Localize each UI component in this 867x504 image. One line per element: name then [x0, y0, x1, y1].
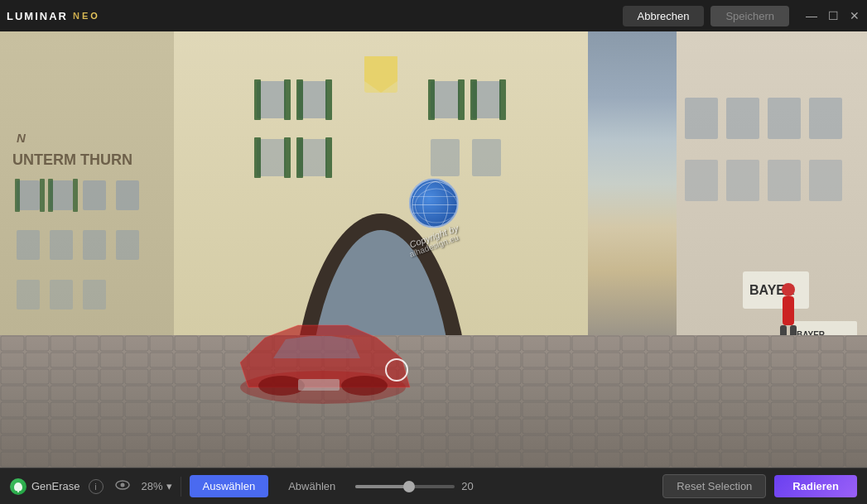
svg-rect-34 [284, 137, 291, 178]
auswaehlen-button[interactable]: Auswählen [190, 475, 269, 497]
brush-circle [385, 358, 408, 382]
svg-rect-1 [50, 180, 73, 210]
app-logo: LUMINAR NEO [7, 10, 100, 22]
maximize-button[interactable]: ☐ [827, 10, 839, 22]
svg-rect-12 [40, 179, 45, 212]
logo-luminar: LUMINAR [7, 10, 68, 22]
svg-rect-0 [17, 180, 40, 210]
svg-rect-39 [685, 98, 718, 139]
eye-icon-svg [115, 479, 130, 491]
divider-1 [181, 477, 181, 497]
svg-rect-44 [726, 160, 759, 201]
svg-rect-42 [809, 98, 842, 139]
svg-rect-7 [116, 230, 139, 260]
svg-rect-46 [809, 160, 842, 201]
svg-rect-3 [116, 180, 139, 210]
info-button[interactable]: i [89, 479, 104, 494]
window-controls: — ☐ ✕ [806, 10, 860, 22]
slider-fill [355, 485, 405, 488]
svg-rect-4 [17, 230, 40, 260]
generase-icon [10, 478, 26, 495]
abbrechen-button[interactable]: Abbrechen [623, 6, 705, 26]
abwaehlen-button[interactable]: Abwählen [277, 475, 347, 497]
title-bar-actions: Abbrechen Speichern — ☐ ✕ [623, 6, 860, 26]
logo-neo: NEO [73, 11, 100, 21]
reset-selection-button[interactable]: Reset Selection [662, 474, 766, 498]
title-bar: LUMINAR NEO Abbrechen Speichern — ☐ ✕ [0, 0, 867, 31]
minimize-button[interactable]: — [806, 10, 817, 22]
svg-rect-25 [254, 79, 261, 120]
leaf-icon [12, 481, 24, 492]
car-selection-overlay[interactable] [232, 296, 414, 412]
main-photo-area: N UNTERM THURN [0, 31, 867, 468]
svg-rect-41 [768, 98, 801, 139]
svg-rect-31 [470, 79, 477, 120]
svg-rect-6 [83, 230, 106, 260]
brush-size-slider[interactable]: 20 [355, 480, 481, 492]
svg-point-59 [258, 376, 305, 396]
svg-rect-9 [50, 280, 73, 310]
zoom-value: 28% [142, 480, 163, 492]
slider-thumb[interactable] [403, 481, 415, 492]
svg-rect-2 [83, 180, 106, 210]
svg-rect-5 [50, 230, 73, 260]
slider-track[interactable] [355, 485, 455, 488]
svg-rect-29 [428, 79, 435, 120]
svg-point-52 [782, 283, 795, 296]
svg-point-69 [120, 482, 124, 487]
eye-visibility-button[interactable] [115, 479, 130, 494]
svg-rect-45 [768, 160, 801, 201]
svg-rect-32 [499, 79, 506, 120]
zoom-control[interactable]: 28% ▾ [142, 480, 172, 492]
svg-rect-53 [783, 296, 794, 325]
svg-rect-27 [296, 79, 303, 120]
svg-rect-13 [48, 179, 53, 212]
svg-rect-19 [431, 81, 460, 118]
svg-rect-21 [257, 139, 286, 176]
svg-rect-35 [296, 137, 303, 178]
generase-label: GenErase [31, 480, 80, 492]
car-red-mask [232, 296, 422, 412]
svg-rect-43 [685, 160, 718, 201]
street-scene-background: N UNTERM THURN [0, 31, 867, 468]
svg-rect-61 [298, 379, 340, 391]
bottom-toolbar: GenErase i 28% ▾ Auswählen Abwählen 20 R… [0, 468, 867, 504]
svg-rect-8 [17, 280, 40, 310]
svg-rect-36 [325, 137, 332, 178]
svg-rect-28 [325, 79, 332, 120]
svg-rect-14 [73, 179, 78, 212]
svg-rect-40 [726, 98, 759, 139]
slider-value-label: 20 [461, 480, 481, 492]
svg-rect-30 [458, 79, 465, 120]
svg-rect-33 [254, 137, 261, 178]
zoom-arrow-icon: ▾ [166, 480, 172, 492]
svg-point-60 [341, 376, 388, 396]
close-button[interactable]: ✕ [849, 10, 860, 22]
svg-rect-23 [431, 139, 460, 176]
svg-rect-57 [0, 335, 867, 468]
svg-rect-17 [257, 81, 286, 118]
svg-rect-26 [284, 79, 291, 120]
ground [0, 335, 867, 468]
cobblestone-pattern [0, 335, 867, 468]
svg-rect-24 [472, 139, 501, 176]
radieren-button[interactable]: Radieren [774, 475, 857, 497]
svg-rect-11 [15, 179, 20, 212]
speichern-button[interactable]: Speichern [710, 6, 789, 26]
svg-rect-10 [83, 280, 106, 310]
generase-tool: GenErase [10, 478, 80, 495]
